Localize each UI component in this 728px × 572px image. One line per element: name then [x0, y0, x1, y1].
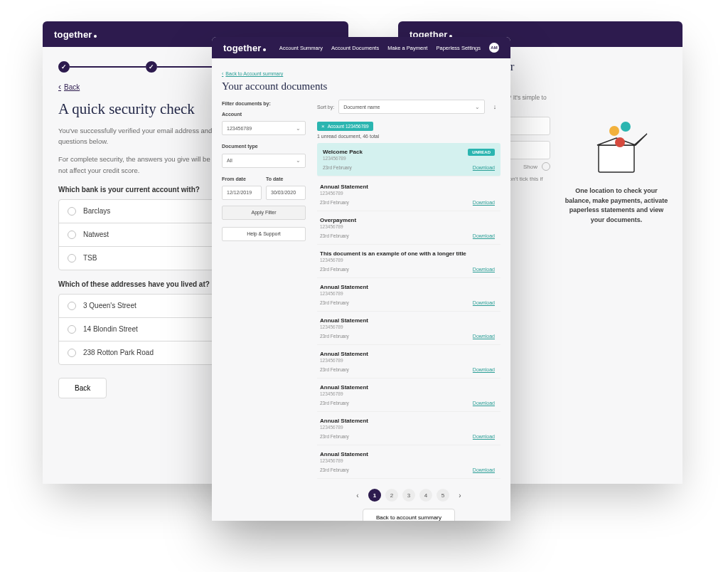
download-link[interactable]: Download [473, 434, 495, 439]
eye-icon [542, 162, 550, 171]
document-row: Annual Statement12345678923rd FebruaryDo… [317, 312, 500, 345]
doc-title: Annual Statement [320, 384, 495, 391]
doc-date: 23rd February [320, 233, 473, 238]
radio-icon [68, 231, 76, 239]
document-row: Annual Statement12345678923rd FebruaryDo… [317, 345, 500, 378]
download-link[interactable]: Download [473, 334, 495, 339]
svg-marker-2 [634, 134, 647, 145]
apply-filter-button[interactable]: Apply Filter [222, 206, 306, 220]
document-row: Welcome Pack123456789UNREAD23rd February… [317, 143, 500, 176]
doc-date: 23rd February [320, 434, 473, 439]
back-to-summary-button[interactable]: Back to account summary [363, 509, 455, 521]
breadcrumb[interactable]: Back to Account summary [222, 71, 283, 76]
doc-date: 23rd February [320, 334, 473, 339]
doc-title: Annual Statement [320, 317, 495, 324]
box-illustration-icon [584, 121, 648, 178]
download-link[interactable]: Download [473, 233, 495, 238]
page-number[interactable]: 2 [385, 489, 398, 502]
panel-header: together Account Summary Account Documen… [212, 37, 510, 58]
doc-title: Annual Statement [320, 284, 495, 290]
back-link[interactable]: Back [58, 82, 80, 92]
doc-date: 23rd February [320, 200, 473, 205]
top-nav: Account Summary Account Documents Make a… [279, 43, 499, 53]
doc-date: 23rd February [320, 367, 473, 372]
download-link[interactable]: Download [473, 367, 495, 372]
avatar[interactable]: AM [489, 43, 499, 53]
page-number[interactable]: 4 [419, 489, 432, 502]
doc-ref: 123456789 [320, 391, 495, 396]
nav-item[interactable]: Make a Payment [387, 45, 427, 51]
pagination: ‹ 12345 › [317, 489, 500, 502]
from-date-input[interactable]: 12/12/2019 [222, 186, 262, 200]
aside-copy: One location to check your balance, make… [563, 186, 670, 225]
radio-icon [68, 254, 76, 263]
document-row: Annual Statement12345678923rd FebruaryDo… [317, 178, 500, 211]
nav-item[interactable]: Account Documents [331, 45, 379, 51]
doc-title: Annual Statement [320, 351, 495, 357]
chevron-down-icon: ⌄ [475, 104, 480, 110]
page-title: Your account documents [222, 80, 500, 92]
from-date-label: From date [222, 175, 262, 183]
step-1 [58, 61, 70, 73]
doc-title: Annual Statement [320, 418, 495, 424]
nav-item[interactable]: Account Summary [279, 45, 323, 51]
page-number[interactable]: 3 [402, 489, 415, 502]
show-password-toggle[interactable]: Show [523, 164, 537, 170]
document-list: Sort by: Document name⌄ ↓ Account 123456… [317, 100, 500, 521]
step-2 [146, 61, 157, 73]
page-prev[interactable]: ‹ [351, 489, 364, 502]
doc-ref: 123456789 [320, 291, 495, 296]
help-support-button[interactable]: Help & Support [222, 227, 306, 241]
doctype-select[interactable]: All⌄ [222, 154, 306, 168]
filters-heading: Filter documents by: [222, 100, 306, 107]
download-link[interactable]: Download [473, 467, 495, 472]
to-date-label: To date [266, 175, 306, 183]
doc-date: 23rd February [320, 401, 473, 406]
logo: together [54, 29, 97, 40]
filter-chip[interactable]: Account 123456789 [317, 122, 373, 131]
logo: together [223, 43, 266, 53]
unread-badge: UNREAD [468, 149, 495, 156]
radio-icon [68, 302, 76, 310]
chevron-down-icon: ⌄ [296, 157, 301, 164]
doc-title: Overpayment [320, 217, 495, 223]
doc-ref: 123456789 [323, 156, 468, 161]
chevron-down-icon: ⌄ [296, 125, 301, 132]
doc-title: Welcome Pack [323, 149, 468, 155]
download-link[interactable]: Download [473, 401, 495, 406]
page-next[interactable]: › [454, 489, 466, 502]
sort-direction-toggle[interactable]: ↓ [489, 100, 500, 114]
doc-date: 23rd February [320, 300, 473, 305]
sort-label: Sort by: [317, 105, 334, 110]
doc-ref: 123456789 [320, 425, 495, 430]
account-select[interactable]: 123456789⌄ [222, 121, 306, 135]
download-link[interactable]: Download [473, 267, 495, 272]
sort-select[interactable]: Document name⌄ [338, 100, 485, 114]
doc-ref: 123456789 [320, 224, 495, 229]
download-link[interactable]: Download [473, 200, 495, 205]
doc-ref: 123456789 [320, 358, 495, 363]
svg-rect-0 [599, 145, 634, 172]
back-button[interactable]: Back [58, 378, 107, 398]
doc-title: This document is an example of one with … [320, 250, 495, 257]
page-number[interactable]: 1 [368, 489, 381, 502]
document-row: Annual Statement12345678923rd FebruaryDo… [317, 278, 500, 312]
to-date-input[interactable]: 30/03/2020 [266, 186, 306, 200]
document-row: Annual Statement12345678923rd FebruaryDo… [317, 412, 500, 445]
doc-ref: 123456789 [320, 324, 495, 329]
nav-item[interactable]: Paperless Settings [436, 45, 481, 51]
doc-ref: 123456789 [320, 191, 495, 196]
download-link[interactable]: Download [473, 300, 495, 305]
doc-title: Annual Statement [320, 184, 495, 190]
page-number[interactable]: 5 [437, 489, 449, 502]
doc-ref: 123456789 [320, 258, 495, 263]
documents-panel: together Account Summary Account Documen… [212, 37, 510, 521]
svg-point-4 [621, 122, 631, 132]
download-link[interactable]: Download [473, 165, 495, 170]
doc-date: 23rd February [320, 267, 473, 272]
doc-title: Annual Statement [320, 451, 495, 457]
doc-date: 23rd February [320, 467, 473, 472]
document-row: Overpayment12345678923rd FebruaryDownloa… [317, 211, 500, 245]
document-row: This document is an example of one with … [317, 245, 500, 278]
document-row: Annual Statement12345678923rd FebruaryDo… [317, 445, 500, 479]
